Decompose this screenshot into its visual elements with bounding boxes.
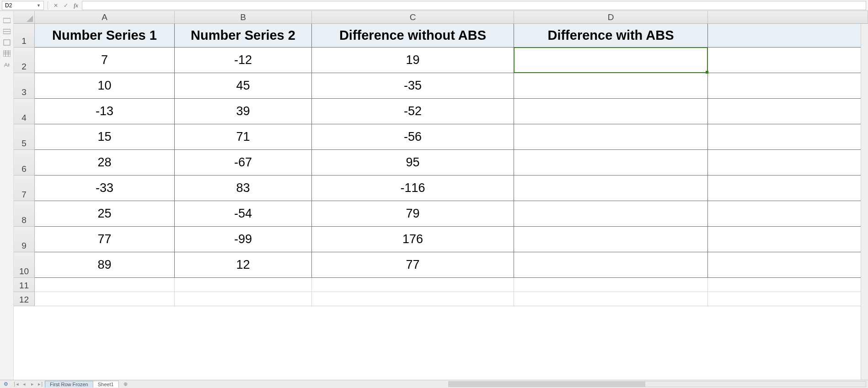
name-box-dropdown-icon[interactable]: ▼: [37, 3, 41, 8]
cell-C9[interactable]: 176: [312, 227, 514, 252]
name-box[interactable]: D2 ▼: [2, 1, 44, 10]
add-sheet-icon[interactable]: ⊕: [121, 381, 130, 387]
sidebar-icon-1[interactable]: [3, 17, 11, 24]
row-header-4[interactable]: 4: [14, 99, 35, 124]
cell-B6[interactable]: -67: [175, 150, 312, 175]
cell-C7[interactable]: -116: [312, 175, 514, 201]
horizontal-scrollbar[interactable]: [448, 381, 866, 387]
rows-container: 1Number Series 1Number Series 2Differenc…: [14, 24, 868, 306]
sidebar-icon-2[interactable]: [3, 28, 11, 35]
sheet-tab-first-row-frozen[interactable]: First Row Frozen: [45, 381, 93, 388]
formula-input[interactable]: [82, 1, 866, 10]
grid[interactable]: ABCD 1Number Series 1Number Series 2Diff…: [14, 11, 868, 380]
vertical-scrollbar[interactable]: [861, 24, 868, 380]
cell-A11[interactable]: [35, 278, 175, 292]
row-header-10[interactable]: 10: [14, 252, 35, 278]
row-header-1[interactable]: 1: [14, 24, 35, 48]
cell-A6[interactable]: 28: [35, 150, 175, 175]
column-header-A[interactable]: A: [35, 11, 175, 24]
row-header-6[interactable]: 6: [14, 150, 35, 175]
cell-A8[interactable]: 25: [35, 201, 175, 227]
row-header-8[interactable]: 8: [14, 201, 35, 227]
sheet-tab-sheet1[interactable]: Sheet1: [93, 381, 119, 388]
row-header-5[interactable]: 5: [14, 124, 35, 150]
name-box-value: D2: [5, 2, 12, 9]
cell-B4[interactable]: 39: [175, 99, 312, 124]
select-all-corner[interactable]: [14, 11, 35, 24]
formula-bar: D2 ▼ ✕ ✓ fx: [0, 0, 868, 11]
cancel-icon[interactable]: ✕: [52, 1, 60, 10]
cell-B2[interactable]: -12: [175, 48, 312, 73]
cell-B9[interactable]: -99: [175, 227, 312, 252]
cell-C2[interactable]: 19: [312, 48, 514, 73]
cell-rest-9: [708, 227, 868, 252]
cell-A3[interactable]: 10: [35, 73, 175, 99]
cell-D1[interactable]: Difference with ABS: [514, 24, 708, 48]
row-header-3[interactable]: 3: [14, 73, 35, 99]
cell-rest-6: [708, 150, 868, 175]
cell-B8[interactable]: -54: [175, 201, 312, 227]
svg-rect-0: [3, 18, 11, 23]
cell-C12[interactable]: [312, 292, 514, 306]
fx-icon[interactable]: fx: [72, 1, 80, 10]
sidebar-icon-5[interactable]: [3, 61, 11, 68]
cell-D9[interactable]: [514, 227, 708, 252]
cell-B3[interactable]: 45: [175, 73, 312, 99]
cell-C6[interactable]: 95: [312, 150, 514, 175]
cell-A4[interactable]: -13: [35, 99, 175, 124]
cell-A10[interactable]: 89: [35, 252, 175, 278]
row-header-2[interactable]: 2: [14, 48, 35, 73]
cell-D3[interactable]: [514, 73, 708, 99]
cell-A9[interactable]: 77: [35, 227, 175, 252]
cell-A7[interactable]: -33: [35, 175, 175, 201]
cell-D11[interactable]: [514, 278, 708, 292]
column-header-C[interactable]: C: [312, 11, 514, 24]
cell-A1[interactable]: Number Series 1: [35, 24, 175, 48]
tab-nav-first-icon[interactable]: ∣◂: [12, 381, 20, 387]
cell-C10[interactable]: 77: [312, 252, 514, 278]
cell-B5[interactable]: 71: [175, 124, 312, 150]
tab-nav-next-icon[interactable]: ▸: [28, 381, 37, 387]
cell-C11[interactable]: [312, 278, 514, 292]
cell-B12[interactable]: [175, 292, 312, 306]
cell-C5[interactable]: -56: [312, 124, 514, 150]
horizontal-scrollbar-thumb[interactable]: [449, 382, 645, 387]
sidebar-icon-4[interactable]: [3, 50, 11, 57]
row-header-11[interactable]: 11: [14, 278, 35, 292]
cell-rest-10: [708, 252, 868, 278]
settings-gear-icon[interactable]: ⚙: [0, 381, 12, 387]
cell-D2[interactable]: [514, 48, 708, 73]
svg-rect-3: [4, 40, 10, 45]
column-header-B[interactable]: B: [175, 11, 312, 24]
cell-A12[interactable]: [35, 292, 175, 306]
cell-C1[interactable]: Difference without ABS: [312, 24, 514, 48]
cell-B11[interactable]: [175, 278, 312, 292]
column-headers: ABCD: [14, 11, 868, 24]
cell-A2[interactable]: 7: [35, 48, 175, 73]
cell-rest-8: [708, 201, 868, 227]
cell-rest-7: [708, 175, 868, 201]
cell-B1[interactable]: Number Series 2: [175, 24, 312, 48]
row-header-12[interactable]: 12: [14, 292, 35, 306]
accept-icon[interactable]: ✓: [62, 1, 70, 10]
row-header-9[interactable]: 9: [14, 227, 35, 252]
cell-B10[interactable]: 12: [175, 252, 312, 278]
cell-B7[interactable]: 83: [175, 175, 312, 201]
cell-C3[interactable]: -35: [312, 73, 514, 99]
cell-D12[interactable]: [514, 292, 708, 306]
cell-D6[interactable]: [514, 150, 708, 175]
cell-C4[interactable]: -52: [312, 99, 514, 124]
cell-D4[interactable]: [514, 99, 708, 124]
cell-D8[interactable]: [514, 201, 708, 227]
column-header-D[interactable]: D: [514, 11, 708, 24]
tab-nav-prev-icon[interactable]: ◂: [20, 381, 28, 387]
row-header-7[interactable]: 7: [14, 175, 35, 201]
sidebar-icon-3[interactable]: [3, 39, 11, 46]
cell-A5[interactable]: 15: [35, 124, 175, 150]
cell-rest-1: [708, 24, 868, 48]
cell-D7[interactable]: [514, 175, 708, 201]
tab-nav-last-icon[interactable]: ▸∣: [37, 381, 45, 387]
cell-D10[interactable]: [514, 252, 708, 278]
cell-D5[interactable]: [514, 124, 708, 150]
cell-C8[interactable]: 79: [312, 201, 514, 227]
